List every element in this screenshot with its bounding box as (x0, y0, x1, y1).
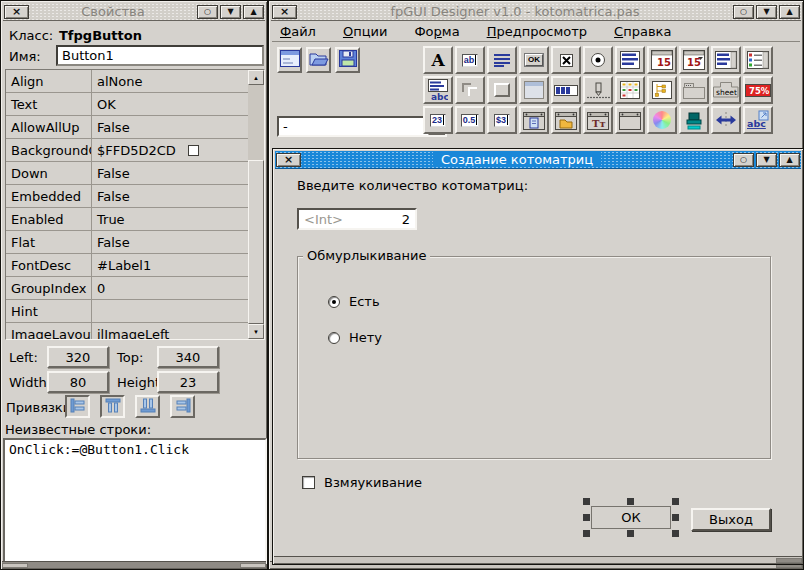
prop-value-ImageLayout[interactable]: ilImageLeft (92, 323, 248, 339)
palette-checklistbox-button[interactable] (743, 46, 773, 74)
palette-page-button[interactable] (519, 76, 549, 104)
palette-editfloat-button[interactable]: 0.5 (455, 106, 485, 134)
rollup-icon[interactable]: ▲ (779, 153, 800, 167)
prop-value-Text[interactable]: OK (92, 93, 248, 115)
form-titlebar[interactable]: × Создание котоматриц ○ ▼ ▲ (275, 151, 801, 169)
resize-grip[interactable] (776, 558, 802, 563)
palette-bevel-button[interactable] (455, 76, 485, 104)
selection-handle[interactable] (672, 514, 679, 521)
menu-item-3[interactable]: Предпросмотр (487, 24, 587, 39)
palette-colorwheel-button[interactable] (647, 106, 677, 134)
scroll-up-icon[interactable]: ▲ (248, 70, 264, 85)
prop-value-Flat[interactable]: False (92, 231, 248, 253)
prop-name-Embedded[interactable]: Embedded (6, 185, 91, 207)
prop-name-Down[interactable]: Down (6, 162, 91, 184)
width-value[interactable]: 80 (47, 371, 109, 393)
palette-editcurrency-button[interactable]: $3 (487, 106, 517, 134)
widget-combo[interactable]: - ▼ (277, 116, 447, 137)
unknown-strings-editor[interactable]: OnClick:=@Button1.Click (3, 438, 267, 564)
palette-fontdialog-button[interactable]: Tт (583, 106, 613, 134)
anchor-right-button[interactable] (170, 395, 195, 418)
palette-memo-button[interactable] (487, 46, 517, 74)
prop-value-Align[interactable]: alNone (92, 70, 248, 92)
prop-name-Enabled[interactable]: Enabled (6, 208, 91, 230)
selection-handle[interactable] (627, 498, 634, 505)
designer-titlebar[interactable]: × fpGUI Designer v1.0 - kotomatrica.pas … (271, 3, 801, 21)
palette-stringgrid-button[interactable] (615, 76, 645, 104)
left-value[interactable]: 320 (47, 346, 109, 368)
color-checkbox[interactable] (188, 145, 199, 156)
prop-value-Down[interactable]: False (92, 162, 248, 184)
radio-yes[interactable]: Есть (328, 294, 380, 309)
palette-edit-button[interactable]: ab (455, 46, 485, 74)
prop-value-FontDesc[interactable]: #Label1 (92, 254, 248, 276)
prop-name-Align[interactable]: Align (6, 70, 91, 92)
close-icon[interactable]: × (272, 5, 297, 19)
open-button[interactable] (306, 47, 331, 73)
palette-panel-button[interactable] (487, 76, 517, 104)
prop-name-Text[interactable]: Text (6, 93, 91, 115)
palette-filedialog-button[interactable] (519, 106, 549, 134)
prop-value-Hint[interactable] (92, 300, 248, 322)
palette-dirdialog-button[interactable] (551, 106, 581, 134)
int-input[interactable]: <Int> 2 (297, 208, 417, 230)
shade-icon[interactable]: ▼ (756, 153, 777, 167)
prop-value-GroupIndex[interactable]: 0 (92, 277, 248, 299)
resize-grip[interactable] (2, 563, 28, 568)
scroll-down-icon[interactable]: ▼ (248, 324, 264, 339)
prop-value-AllowAllUp[interactable]: False (92, 116, 248, 138)
palette-listbox-button[interactable] (615, 46, 645, 74)
palette-pagecontrol-button[interactable] (679, 76, 709, 104)
anchor-left-button[interactable] (65, 395, 90, 418)
palette-listview-button[interactable] (711, 46, 741, 74)
newform-button[interactable] (277, 47, 302, 73)
palette-treeview-button[interactable] (647, 76, 677, 104)
resize-grip[interactable] (240, 563, 266, 568)
close-icon[interactable]: × (276, 153, 301, 167)
selection-handle[interactable] (583, 514, 590, 521)
palette-gauge-button[interactable]: 75% (743, 76, 773, 104)
palette-hyperlink-button[interactable]: abc (743, 106, 773, 134)
exit-button[interactable]: Выход (691, 508, 771, 531)
palette-tabsheet-button[interactable]: sheet (711, 76, 741, 104)
prop-name-BackgroundC[interactable]: BackgroundC (6, 139, 91, 161)
selection-handle[interactable] (672, 498, 679, 505)
name-input[interactable] (56, 45, 264, 66)
prop-value-Embedded[interactable]: False (92, 185, 248, 207)
menu-item-4[interactable]: Справка (614, 24, 671, 39)
selection-handle[interactable] (672, 530, 679, 537)
selection-handle[interactable] (583, 498, 590, 505)
prop-name-AllowAllUp[interactable]: AllowAllUp (6, 116, 91, 138)
selection-handle[interactable] (583, 530, 590, 537)
scrollbar-thumb[interactable] (248, 160, 264, 324)
properties-resize-bar[interactable] (2, 561, 266, 568)
shade-icon[interactable]: ▼ (756, 5, 777, 19)
menu-item-1[interactable]: Опции (343, 24, 387, 39)
palette-progressbar-button[interactable] (551, 76, 581, 104)
shade-icon[interactable]: ▼ (220, 5, 241, 19)
palette-label-button[interactable]: A (423, 46, 453, 74)
palette-radiobutton-button[interactable] (583, 46, 613, 74)
anchor-top-button[interactable] (100, 395, 125, 418)
menu-item-0[interactable]: Файл (280, 24, 316, 39)
properties-titlebar[interactable]: × Свойства ○ ▼ ▲ (3, 3, 265, 21)
top-value[interactable]: 340 (157, 346, 219, 368)
menu-item-2[interactable]: Форма (414, 24, 459, 39)
palette-calendar-button[interactable]: 15 (647, 46, 677, 74)
anchor-bottom-button[interactable] (135, 395, 160, 418)
prop-name-Flat[interactable]: Flat (6, 231, 91, 253)
palette-combobox-button[interactable]: abc (423, 76, 453, 104)
radio-no[interactable]: Нету (328, 330, 382, 345)
prop-name-ImageLayout[interactable]: ImageLayout (6, 323, 91, 339)
palette-calendarcombo-button[interactable]: 15 (679, 46, 709, 74)
ok-button[interactable]: ОК (591, 506, 671, 529)
palette-formdialog-button[interactable] (615, 106, 645, 134)
save-button[interactable] (335, 47, 360, 73)
property-grid-scrollbar[interactable]: ▲ ▼ (248, 70, 264, 339)
palette-checkbox-button[interactable] (551, 46, 581, 74)
minimize-icon[interactable]: ○ (733, 153, 754, 167)
prop-name-FontDesc[interactable]: FontDesc (6, 254, 91, 276)
palette-splitter-button[interactable] (711, 106, 741, 134)
palette-printer-button[interactable] (679, 106, 709, 134)
selection-handle[interactable] (627, 530, 634, 537)
